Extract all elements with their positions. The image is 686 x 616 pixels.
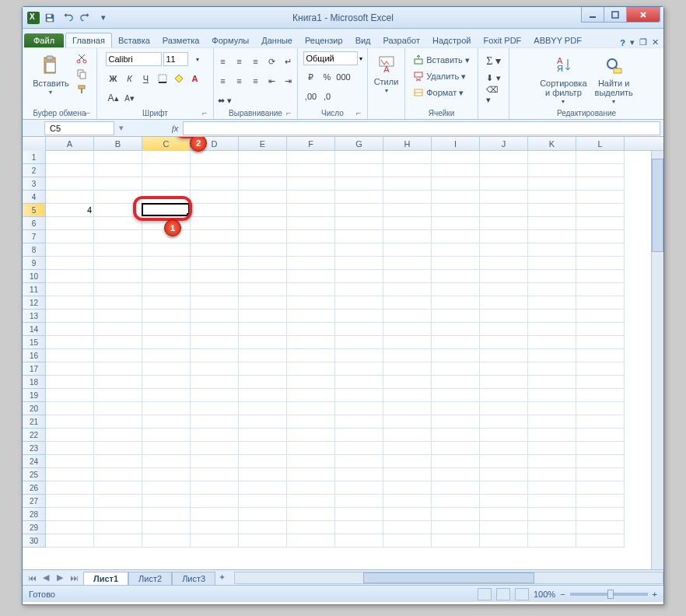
cell-I4[interactable] xyxy=(432,191,480,204)
cell-F14[interactable] xyxy=(287,323,335,336)
cell-C20[interactable] xyxy=(142,402,191,415)
align-top-button[interactable]: ≡ xyxy=(215,54,231,69)
cell-E18[interactable] xyxy=(239,376,287,389)
indent-dec-button[interactable]: ⇤ xyxy=(264,73,280,89)
cell-I26[interactable] xyxy=(432,481,480,495)
merge-button[interactable]: ⬌ ▾ xyxy=(215,93,234,108)
cell-L22[interactable] xyxy=(576,429,625,442)
cell-C30[interactable] xyxy=(142,534,191,548)
cell-A10[interactable] xyxy=(46,270,94,283)
qat-undo-button[interactable] xyxy=(60,10,75,26)
cell-C17[interactable] xyxy=(142,362,191,376)
cell-I29[interactable] xyxy=(432,521,480,534)
qat-more-button[interactable]: ▾ xyxy=(96,10,111,26)
cell-K5[interactable] xyxy=(528,204,576,217)
col-header-E[interactable]: E xyxy=(239,137,287,151)
cell-C19[interactable] xyxy=(142,389,191,402)
styles-button[interactable]: А Стили▾ xyxy=(371,50,402,96)
orientation-button[interactable]: ⟳ xyxy=(264,54,280,69)
cell-B17[interactable] xyxy=(94,362,142,376)
cell-C4[interactable] xyxy=(142,191,191,204)
cell-G24[interactable] xyxy=(335,455,383,468)
cell-J22[interactable] xyxy=(480,429,528,442)
cell-B20[interactable] xyxy=(94,402,142,415)
cell-L7[interactable] xyxy=(576,230,625,243)
cell-E2[interactable] xyxy=(239,164,287,177)
cell-G30[interactable] xyxy=(335,534,383,548)
cell-K20[interactable] xyxy=(528,402,576,415)
cell-D9[interactable] xyxy=(191,257,239,270)
cell-I6[interactable] xyxy=(432,217,480,230)
cell-D10[interactable] xyxy=(191,270,239,283)
col-header-K[interactable]: K xyxy=(528,137,576,151)
cell-D12[interactable] xyxy=(191,296,239,310)
cell-D14[interactable] xyxy=(191,323,239,336)
ribbon-tab-0[interactable]: Главная xyxy=(65,33,112,47)
cell-B26[interactable] xyxy=(94,481,142,495)
cell-F1[interactable] xyxy=(287,151,335,164)
font-launcher[interactable]: ⌐ xyxy=(202,108,212,117)
cell-K12[interactable] xyxy=(528,296,576,310)
clear-button[interactable]: ⌫ ▾ xyxy=(486,87,502,103)
cell-A23[interactable] xyxy=(46,442,94,455)
cell-B6[interactable] xyxy=(94,217,142,230)
number-launcher[interactable]: ⌐ xyxy=(356,108,366,117)
grow-font-button[interactable]: А▴ xyxy=(106,90,121,106)
cell-J9[interactable] xyxy=(480,257,528,270)
percent-button[interactable]: % xyxy=(320,69,335,85)
cell-E27[interactable] xyxy=(239,495,287,508)
cell-K9[interactable] xyxy=(528,257,576,270)
cell-J10[interactable] xyxy=(480,270,528,283)
sheet-tab-1[interactable]: Лист2 xyxy=(128,572,172,585)
cell-D20[interactable] xyxy=(191,402,239,415)
cell-I20[interactable] xyxy=(432,402,480,415)
cell-J16[interactable] xyxy=(480,349,528,362)
cell-A7[interactable] xyxy=(46,230,94,243)
cell-B13[interactable] xyxy=(94,310,142,323)
row-header-6[interactable]: 6 xyxy=(23,217,46,230)
cell-E9[interactable] xyxy=(239,257,287,270)
cell-G10[interactable] xyxy=(335,270,383,283)
row-header-1[interactable]: 1 xyxy=(23,151,46,164)
cell-E15[interactable] xyxy=(239,336,287,349)
cell-K7[interactable] xyxy=(528,230,576,243)
cell-A3[interactable] xyxy=(46,177,94,191)
cell-E21[interactable] xyxy=(239,415,287,429)
cell-H1[interactable] xyxy=(383,151,432,164)
format-cells-button[interactable]: Формат ▾ xyxy=(413,86,464,100)
cell-I18[interactable] xyxy=(432,376,480,389)
cell-C9[interactable] xyxy=(142,257,191,270)
view-normal-button[interactable] xyxy=(478,588,492,600)
cell-L30[interactable] xyxy=(576,534,625,548)
vertical-scrollbar[interactable] xyxy=(651,151,663,569)
cell-F2[interactable] xyxy=(287,164,335,177)
cell-K25[interactable] xyxy=(528,468,576,481)
cell-L18[interactable] xyxy=(576,376,625,389)
cell-B30[interactable] xyxy=(94,534,142,548)
cell-F3[interactable] xyxy=(287,177,335,191)
cell-F30[interactable] xyxy=(287,534,335,548)
cell-G9[interactable] xyxy=(335,257,383,270)
cell-L19[interactable] xyxy=(576,389,625,402)
cell-A19[interactable] xyxy=(46,389,94,402)
cell-A5[interactable]: 4 xyxy=(46,204,94,217)
cell-K3[interactable] xyxy=(528,177,576,191)
cell-A27[interactable] xyxy=(46,495,94,508)
cell-I24[interactable] xyxy=(432,455,480,468)
cell-G18[interactable] xyxy=(335,376,383,389)
cell-J12[interactable] xyxy=(480,296,528,310)
cell-D25[interactable] xyxy=(191,468,239,481)
cell-J8[interactable] xyxy=(480,243,528,257)
cell-B4[interactable] xyxy=(94,191,142,204)
align-mid-button[interactable]: ≡ xyxy=(232,54,247,69)
cell-J28[interactable] xyxy=(480,508,528,521)
cell-I21[interactable] xyxy=(432,415,480,429)
cell-J24[interactable] xyxy=(480,455,528,468)
cell-B10[interactable] xyxy=(94,270,142,283)
cell-H15[interactable] xyxy=(383,336,432,349)
row-header-29[interactable]: 29 xyxy=(23,521,46,534)
cell-J17[interactable] xyxy=(480,362,528,376)
cell-K11[interactable] xyxy=(528,283,576,296)
cell-C15[interactable] xyxy=(142,336,191,349)
row-header-23[interactable]: 23 xyxy=(23,442,46,455)
